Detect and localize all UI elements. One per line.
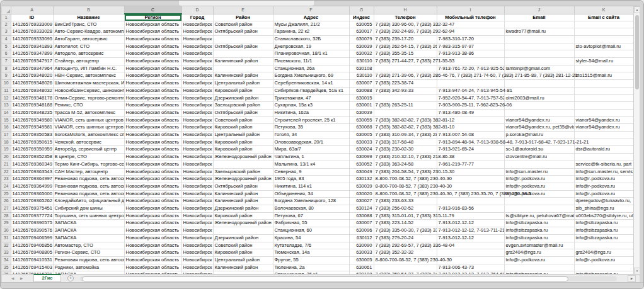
cell-J4[interactable]: [504, 35, 574, 43]
cell-D33[interactable]: Новосибирск: [181, 249, 213, 257]
row-header-22[interactable]: 22: [2, 168, 11, 176]
cell-F20[interactable]: Чаплыгина, 1: [273, 154, 349, 161]
column-header-B[interactable]: B: [53, 6, 124, 14]
cell-J3[interactable]: kwadro77@mail.ru: [504, 28, 574, 36]
cell-D6[interactable]: Новосибирск: [181, 50, 213, 58]
cell-D28[interactable]: Новосибирск: [181, 212, 213, 220]
cell-B21[interactable]: Термо Кинг-Сибирь, торгово-сер: [53, 161, 124, 168]
cell-A16[interactable]: 141265769349581: [11, 124, 53, 132]
cell-F4[interactable]: Станиславского, 32Б: [273, 35, 349, 43]
cell-B11[interactable]: НовосибШинСервис, шиномонта: [53, 87, 124, 94]
cell-K25[interactable]: info@r-podkova.ru: [574, 190, 633, 198]
cell-A33[interactable]: 141265769408805: [11, 249, 53, 257]
row-header-7[interactable]: 7: [2, 58, 11, 65]
cell-A11[interactable]: 141265769348032: [11, 87, 53, 94]
cell-H9[interactable]: 7 (383) 271-39-06, 7 (383) 286-46-76, 7 …: [374, 72, 437, 80]
cell-C22[interactable]: Новосибирская область: [124, 168, 181, 176]
cell-K12[interactable]: [574, 94, 633, 102]
cell-H31[interactable]: 7 (383) 279-20-24: [374, 234, 437, 242]
cell-E4[interactable]: [213, 35, 273, 43]
row-header-17[interactable]: 17: [2, 132, 11, 139]
row-header-27[interactable]: 27: [2, 205, 11, 213]
cell-H35[interactable]: [374, 264, 437, 271]
column-header-J[interactable]: J: [504, 6, 574, 14]
cell-I19[interactable]: 7-913-921-65-24: [437, 146, 504, 154]
cell-I33[interactable]: [437, 249, 504, 257]
cell-I8[interactable]: 7-913-761-72-20, 7-913-925-52-87: [437, 65, 504, 72]
cell-J21[interactable]: [504, 161, 574, 168]
cell-B14[interactable]: Трасса М-52, автокомплекс: [53, 109, 124, 116]
cell-K6[interactable]: [574, 50, 633, 58]
cell-F6[interactable]: Планировочная, 18/1 к1: [273, 50, 349, 58]
sheet-nav-prev-icon[interactable]: ◀: [9, 275, 16, 282]
cell-F17[interactable]: Гоголя, 34: [273, 132, 349, 139]
cell-J27[interactable]: [504, 205, 574, 213]
cell-G8[interactable]: 630108: [349, 65, 374, 72]
cell-K11[interactable]: [574, 87, 633, 94]
sheet-tab-active[interactable]: 2Гис: [33, 274, 61, 282]
cell-C1[interactable]: Регион: [124, 14, 181, 21]
cell-K4[interactable]: [574, 35, 633, 43]
cell-K17[interactable]: [574, 132, 633, 139]
cell-K33[interactable]: grs2404@ngs.ru: [574, 249, 633, 257]
row-header-20[interactable]: 20: [2, 154, 11, 161]
cell-K26[interactable]: dperegudov@lunaavto.ru,: [574, 198, 633, 205]
cell-B25[interactable]: Резиновая подкова, сеть автосер: [53, 190, 124, 198]
cell-G26[interactable]: 630027: [349, 198, 374, 205]
cell-C21[interactable]: Новосибирская область: [124, 161, 181, 168]
cell-H14[interactable]: [374, 109, 437, 116]
cell-C11[interactable]: Новосибирская область: [124, 87, 181, 94]
cell-A26[interactable]: 141265769365262: [11, 198, 53, 205]
cell-B12[interactable]: Олми-Сервис, торгово-ремонтн: [53, 94, 124, 102]
cell-K15[interactable]: vianor54@yandex.ru: [574, 116, 633, 124]
cell-H2[interactable]: 7 (383) 330-96-00, 7 (383) 332-32-47: [374, 21, 437, 28]
cell-G6[interactable]: 630032: [349, 50, 374, 58]
cell-C18[interactable]: Новосибирская область: [124, 139, 181, 146]
cell-C27[interactable]: Новосибирская область: [124, 205, 181, 213]
cell-E22[interactable]: Заельцовский район: [213, 168, 273, 176]
row-header-6[interactable]: 6: [2, 50, 11, 58]
cell-F16[interactable]: Петухова, 35: [273, 124, 349, 132]
cell-A8[interactable]: 141265769347964: [11, 65, 53, 72]
cell-F31[interactable]: Красина, 54: [273, 234, 349, 242]
cell-I1[interactable]: Мобильный телефон: [437, 14, 504, 21]
cell-I29[interactable]: 7-913-012-12-12: [437, 220, 504, 227]
cell-H19[interactable]: 7 (383) 230-02-30: [374, 146, 437, 154]
cell-A22[interactable]: 141265769363543: [11, 168, 53, 176]
cell-D35[interactable]: Новосибирск: [181, 264, 213, 271]
cell-D27[interactable]: Новосибирск: [181, 205, 213, 213]
cell-C4[interactable]: Новосибирская область: [124, 35, 181, 43]
cell-D21[interactable]: Новосибирск: [181, 161, 213, 168]
cell-A17[interactable]: 141265769350583: [11, 132, 53, 139]
cell-B1[interactable]: Название: [53, 14, 124, 21]
cell-K14[interactable]: [574, 109, 633, 116]
cell-H27[interactable]: 7 (383) 256-02-52: [374, 205, 437, 213]
cell-C5[interactable]: Новосибирская область: [124, 43, 181, 50]
cell-K22[interactable]: info@sun-master.ru, servis: [574, 168, 633, 176]
cell-C19[interactable]: Новосибирская область: [124, 146, 181, 154]
cell-D11[interactable]: Новосибирск: [181, 87, 213, 94]
row-header-11[interactable]: 11: [2, 87, 11, 94]
cell-G1[interactable]: Индекс: [349, 14, 374, 21]
sheet-nav-next-icon[interactable]: ▶: [18, 275, 25, 282]
row-header-8[interactable]: 8: [2, 65, 11, 72]
cell-D12[interactable]: Новосибирск: [181, 94, 213, 102]
cell-K21[interactable]: service@tk-siberia.ru, part: [574, 161, 633, 168]
cell-D31[interactable]: Новосибирск: [181, 234, 213, 242]
cell-G15[interactable]: 630055: [349, 116, 374, 124]
column-header-G[interactable]: G: [349, 6, 374, 14]
cell-A21[interactable]: 141265769360349: [11, 161, 53, 168]
cell-J35[interactable]: [504, 264, 574, 271]
cell-H25[interactable]: 8-800-700-08-52, 7 (383) 230-40-30, 7 (3…: [374, 190, 437, 198]
cell-A29[interactable]: 141265769390575: [11, 220, 53, 227]
cell-J15[interactable]: vianor54@yandex.ru: [504, 116, 574, 124]
cell-E11[interactable]: Кировский район: [213, 87, 273, 94]
row-header-32[interactable]: 32: [2, 242, 11, 249]
cell-G2[interactable]: 630055: [349, 21, 374, 28]
column-header-F[interactable]: F: [273, 6, 349, 14]
cell-C23[interactable]: Новосибирская область: [124, 176, 181, 183]
cell-G21[interactable]: 630052: [349, 161, 374, 168]
cell-D17[interactable]: Новосибирск: [181, 132, 213, 139]
row-header-31[interactable]: 31: [2, 234, 11, 242]
cell-D20[interactable]: Новосибирск: [181, 154, 213, 161]
